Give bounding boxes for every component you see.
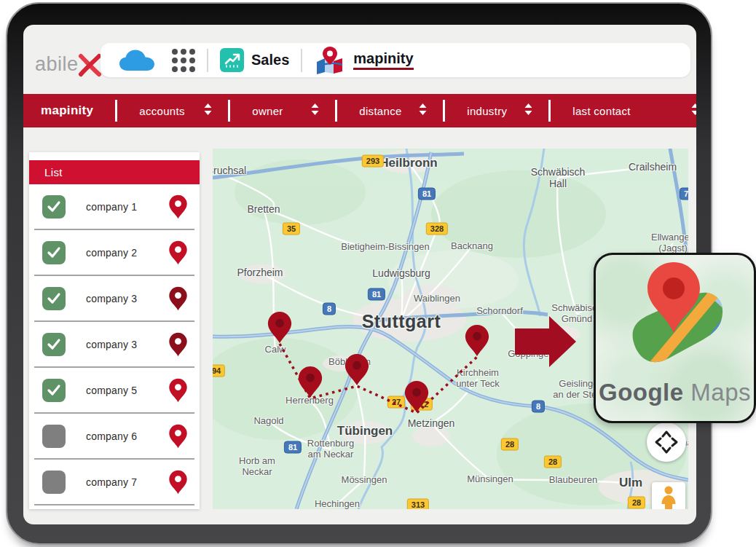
map-label-bietigheim-bissingen: Bietigheim-Bissingen bbox=[341, 242, 429, 253]
nav-filter-accounts[interactable]: accounts bbox=[115, 94, 228, 127]
nav-filter-industry[interactable]: industry bbox=[443, 94, 548, 127]
map-label-ludwigsburg: Ludwigsburg bbox=[372, 267, 430, 279]
map-label-schw-bisch: Schwäbisch Hall bbox=[531, 166, 586, 189]
map-label-hechingen: Hechingen bbox=[315, 499, 360, 509]
mapinity-logo-icon[interactable] bbox=[314, 46, 346, 75]
maps-product-text bbox=[684, 379, 691, 406]
company-checkbox[interactable] bbox=[42, 471, 66, 494]
map-label-schorndorf: Schorndorf bbox=[476, 306, 523, 317]
pegman-icon[interactable] bbox=[652, 482, 685, 509]
company-label: company 5 bbox=[86, 385, 137, 396]
google-maps-card[interactable]: Google Maps bbox=[594, 253, 756, 423]
map-label-m-ssingen: Mössingen bbox=[342, 475, 387, 486]
road-badge-328: 328 bbox=[426, 223, 448, 235]
sort-icon bbox=[419, 103, 427, 118]
nav-filter-label: accounts bbox=[139, 105, 184, 117]
map-label-crailsheim: Crailsheim bbox=[629, 161, 677, 173]
nav-filter-label: owner bbox=[252, 105, 283, 117]
company-row[interactable]: company 6 bbox=[29, 414, 200, 458]
company-row[interactable]: company 7 bbox=[29, 460, 200, 504]
road-badge-313: 313 bbox=[407, 499, 429, 510]
map-label-ulm: Ulm bbox=[619, 476, 642, 490]
map-pin-icon[interactable] bbox=[168, 378, 188, 403]
company-row[interactable]: company 2 bbox=[29, 230, 200, 275]
map-label-horb-am: Horb am Neckar bbox=[239, 456, 275, 478]
sort-icon bbox=[691, 103, 696, 118]
map-label-backnang: Backnang bbox=[451, 241, 493, 252]
nav-filter-distance[interactable]: distance bbox=[335, 94, 443, 127]
topbar-divider bbox=[301, 49, 302, 72]
map-label-metzingen: Metzingen bbox=[408, 417, 455, 429]
map-pin-icon[interactable] bbox=[168, 194, 188, 219]
company-label: company 2 bbox=[86, 247, 137, 259]
map-label-nagold: Nagold bbox=[253, 416, 283, 427]
sort-icon bbox=[204, 103, 212, 118]
abilex-logo: abile bbox=[35, 51, 102, 77]
filter-navbar: mapinity accountsownerdistanceindustryla… bbox=[23, 94, 696, 127]
company-row[interactable]: company 1 bbox=[29, 184, 200, 229]
navbar-brand[interactable]: mapinity bbox=[23, 103, 115, 118]
map-label-blaubeuren: Blaubeuren bbox=[549, 475, 598, 486]
road-badge-81: 81 bbox=[418, 188, 436, 200]
company-checkbox[interactable] bbox=[42, 425, 66, 448]
cloud-icon[interactable] bbox=[118, 48, 156, 73]
road-badge-35: 35 bbox=[283, 223, 300, 235]
map-pin-icon[interactable] bbox=[297, 366, 323, 401]
company-checkbox[interactable] bbox=[42, 287, 66, 310]
road-badge-8: 8 bbox=[532, 401, 545, 413]
company-checkbox[interactable] bbox=[42, 241, 66, 264]
nav-filter-owner[interactable]: owner bbox=[228, 94, 335, 127]
navbar-filters: accountsownerdistanceindustrylast contac… bbox=[115, 94, 696, 127]
map-label-stuttgart: Stuttgart bbox=[362, 311, 441, 332]
road-badge-294: 294 bbox=[213, 365, 225, 377]
map-pin-icon[interactable] bbox=[168, 332, 188, 357]
map-label-waiblingen: Waiblingen bbox=[414, 294, 460, 304]
road-badge-7: 7 bbox=[680, 188, 688, 200]
map-pin-icon[interactable] bbox=[168, 240, 188, 265]
company-list-panel: List company 1company 2company 3company … bbox=[29, 152, 200, 509]
google-maps-wordmark: Google Maps bbox=[599, 379, 751, 406]
app-switcher-bar: Sales mapinity bbox=[101, 43, 690, 77]
company-label: company 1 bbox=[86, 201, 137, 213]
map-label-t-bingen: Tübingen bbox=[337, 424, 393, 438]
map-pin-icon[interactable] bbox=[168, 470, 188, 495]
map-pan-control[interactable] bbox=[647, 422, 686, 462]
road-badge-293: 293 bbox=[362, 155, 384, 168]
company-label: company 6 bbox=[86, 430, 137, 442]
road-badge-81: 81 bbox=[368, 288, 385, 301]
company-checkbox[interactable] bbox=[42, 333, 66, 356]
road-badge-27: 27 bbox=[387, 396, 405, 409]
mapinity-app-label[interactable]: mapinity bbox=[353, 50, 413, 70]
sort-icon bbox=[311, 103, 319, 118]
sales-app-label[interactable]: Sales bbox=[251, 52, 289, 68]
map-label-bretten: Bretten bbox=[247, 203, 280, 215]
company-checkbox[interactable] bbox=[42, 379, 66, 402]
road-badge-28: 28 bbox=[544, 456, 562, 468]
map-label-rottenburg: Rottenburg am Neckar bbox=[307, 438, 354, 460]
map-pin-icon[interactable] bbox=[267, 311, 293, 347]
company-row[interactable]: company 3 bbox=[29, 322, 200, 366]
map-label-pforzheim: Pforzheim bbox=[237, 267, 283, 278]
road-badge-28: 28 bbox=[501, 438, 519, 451]
abilex-logo-x-icon bbox=[77, 52, 102, 77]
nav-filter-last-contact[interactable]: last contact bbox=[548, 94, 696, 127]
road-badge-28: 28 bbox=[628, 497, 645, 509]
map-pin-icon[interactable] bbox=[168, 286, 188, 311]
map-label-ellwangen: Ellwangen (Jagst) bbox=[651, 232, 688, 254]
company-label: company 7 bbox=[86, 476, 137, 488]
company-checkbox[interactable] bbox=[42, 195, 66, 219]
map-pin-icon[interactable] bbox=[168, 424, 188, 449]
nav-filter-label: last contact bbox=[572, 105, 630, 117]
company-row[interactable]: company 3 bbox=[29, 276, 200, 320]
nav-filter-label: distance bbox=[359, 105, 401, 117]
topbar-divider bbox=[207, 49, 208, 72]
company-row[interactable]: company 5 bbox=[29, 368, 200, 412]
map-pin-icon[interactable] bbox=[464, 324, 490, 360]
map-pin-icon[interactable] bbox=[344, 353, 370, 389]
sales-chart-icon[interactable] bbox=[220, 48, 244, 72]
map-pin-icon[interactable] bbox=[403, 380, 430, 416]
map-label-bruchsal: Bruchsal bbox=[213, 165, 246, 176]
google-maps-logo-icon bbox=[621, 261, 730, 377]
apps-grid-icon[interactable] bbox=[172, 49, 195, 72]
map-label-m-nsingen: Münsingen bbox=[467, 474, 513, 485]
